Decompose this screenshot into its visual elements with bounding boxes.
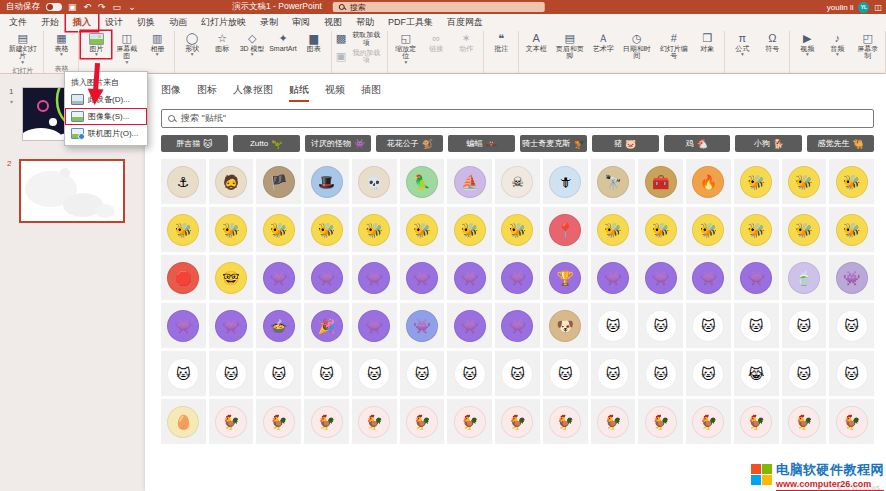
sticker-tile-r4c12[interactable]: 🐱 — [686, 303, 731, 348]
sticker-tile-r6c8[interactable]: 🐓 — [495, 399, 540, 444]
sticker-tile-r2c5[interactable]: 🐝 — [352, 207, 397, 252]
sticker-tile-r5c8[interactable]: 🐱 — [495, 351, 540, 396]
sticker-tile-r3c12[interactable]: 👾 — [686, 255, 731, 300]
category-pill-小狗[interactable]: 小狗🐕 — [735, 135, 802, 152]
ribbon-button-页眉和页脚[interactable]: ▤页眉和页脚 — [551, 31, 588, 60]
ribbon-tab-录制[interactable]: 录制 — [253, 14, 285, 31]
sticker-tile-r1c12[interactable]: 🔥 — [686, 159, 731, 204]
sticker-tile-r3c4[interactable]: 👾 — [304, 255, 349, 300]
ribbon-button-屏幕截图[interactable]: ◫屏幕截图▾ — [111, 31, 142, 66]
sticker-tile-r6c6[interactable]: 🐓 — [400, 399, 445, 444]
sticker-tile-r5c7[interactable]: 🐱 — [447, 351, 492, 396]
sticker-tile-r6c11[interactable]: 🐓 — [638, 399, 683, 444]
sticker-tile-r6c4[interactable]: 🐓 — [304, 399, 349, 444]
ribbon-tab-幻灯片放映[interactable]: 幻灯片放映 — [194, 14, 253, 31]
category-pill-Zutto[interactable]: Zutto🦖 — [233, 135, 300, 152]
sticker-tile-r6c15[interactable]: 🐓 — [829, 399, 874, 444]
sticker-tile-r5c13[interactable]: 😹 — [734, 351, 779, 396]
sticker-tile-r3c7[interactable]: 👾 — [447, 255, 492, 300]
ribbon-button-幻灯片编号[interactable]: #幻灯片编号 — [655, 31, 692, 60]
category-pill-讨厌的怪物[interactable]: 讨厌的怪物👾 — [305, 135, 372, 152]
ribbon-tab-插入[interactable]: 插入 — [66, 14, 98, 31]
sticker-tile-r5c9[interactable]: 🐱 — [543, 351, 588, 396]
sticker-tile-r6c9[interactable]: 🐓 — [543, 399, 588, 444]
sticker-tile-r6c10[interactable]: 🐓 — [591, 399, 636, 444]
sticker-tile-r3c14[interactable]: 🍵 — [782, 255, 827, 300]
tab-人像抠图[interactable]: 人像抠图 — [233, 83, 273, 102]
category-pill-花花公子[interactable]: 花花公子🐒 — [376, 135, 443, 152]
sticker-tile-r1c11[interactable]: 🧰 — [638, 159, 683, 204]
sticker-tile-r2c14[interactable]: 🐝 — [782, 207, 827, 252]
category-pill-鸡[interactable]: 鸡🐔 — [664, 135, 731, 152]
sticker-tile-r4c11[interactable]: 🐱 — [638, 303, 683, 348]
category-pill-胖吉猫[interactable]: 胖吉猫🐱 — [161, 135, 228, 152]
sticker-tile-r3c11[interactable]: 👾 — [638, 255, 683, 300]
sticker-tile-r4c8[interactable]: 👾 — [495, 303, 540, 348]
sticker-tile-r2c1[interactable]: 🐝 — [161, 207, 206, 252]
category-pill-猪[interactable]: 猪🐷 — [592, 135, 659, 152]
ribbon-tab-百度网盘[interactable]: 百度网盘 — [440, 14, 490, 31]
category-pill-蝙蝠[interactable]: 蝙蝠🦇 — [448, 135, 515, 152]
sticker-tile-r2c4[interactable]: 🐝 — [304, 207, 349, 252]
sticker-tile-r5c14[interactable]: 🐱 — [782, 351, 827, 396]
tab-图像[interactable]: 图像 — [161, 83, 181, 102]
ribbon-button-视频[interactable]: ▶视频▾ — [792, 31, 822, 58]
ribbon-button-屏幕录制[interactable]: ◰屏幕录制 — [852, 31, 883, 60]
sticker-tile-r4c3[interactable]: 🍲 — [256, 303, 301, 348]
sticker-tile-r3c3[interactable]: 👾 — [256, 255, 301, 300]
ribbon-tab-切换[interactable]: 切换 — [130, 14, 162, 31]
sticker-tile-r2c11[interactable]: 🐝 — [638, 207, 683, 252]
sticker-tile-r4c15[interactable]: 🐱 — [829, 303, 874, 348]
tab-插图[interactable]: 插图 — [361, 83, 381, 102]
ribbon-tab-设计[interactable]: 设计 — [98, 14, 130, 31]
ribbon-tab-文件[interactable]: 文件 — [2, 14, 34, 31]
sticker-tile-r1c3[interactable]: 🏴 — [256, 159, 301, 204]
sticker-tile-r1c4[interactable]: 🎩 — [304, 159, 349, 204]
sticker-tile-r6c13[interactable]: 🐓 — [734, 399, 779, 444]
category-pill-骑士奇麦克斯[interactable]: 骑士奇麦克斯🐓 — [520, 135, 587, 152]
sticker-tile-r4c2[interactable]: 👾 — [209, 303, 254, 348]
tab-图标[interactable]: 图标 — [197, 83, 217, 102]
ribbon-button-公式[interactable]: π公式▾ — [727, 31, 757, 58]
sticker-tile-r5c5[interactable]: 🐱 — [352, 351, 397, 396]
ribbon-button-我的加载项[interactable]: ▣我的加载项 — [334, 49, 386, 64]
ribbon-button-获取加载项[interactable]: ▩获取加载项 — [334, 31, 386, 46]
sticker-tile-r3c1[interactable]: 🛑 — [161, 255, 206, 300]
sticker-tile-r3c10[interactable]: 👾 — [591, 255, 636, 300]
ribbon-tab-动画[interactable]: 动画 — [162, 14, 194, 31]
ribbon-button-SmartArt[interactable]: ✦SmartArt — [267, 31, 299, 52]
sticker-tile-r3c8[interactable]: 👾 — [495, 255, 540, 300]
sticker-tile-r1c6[interactable]: 🦜 — [400, 159, 445, 204]
ribbon-button-图标[interactable]: ☆图标 — [207, 31, 237, 52]
user-name[interactable]: youlin li — [827, 3, 854, 12]
ribbon-button-批注[interactable]: ❝批注 — [486, 31, 516, 52]
sticker-tile-r4c14[interactable]: 🐱 — [782, 303, 827, 348]
ribbon-button-对象[interactable]: ❒对象 — [692, 31, 722, 52]
sticker-tile-r4c10[interactable]: 🐱 — [591, 303, 636, 348]
ribbon-tab-视图[interactable]: 视图 — [317, 14, 349, 31]
sticker-tile-r2c8[interactable]: 🐝 — [495, 207, 540, 252]
sticker-tile-r1c1[interactable]: ⚓ — [161, 159, 206, 204]
sticker-tile-r4c4[interactable]: 🎉 — [304, 303, 349, 348]
sticker-tile-r6c2[interactable]: 🐓 — [209, 399, 254, 444]
sticker-tile-r2c2[interactable]: 🐝 — [209, 207, 254, 252]
sticker-tile-r4c5[interactable]: 👾 — [352, 303, 397, 348]
sticker-tile-r5c10[interactable]: 🐱 — [591, 351, 636, 396]
sticker-tile-r4c13[interactable]: 🐱 — [734, 303, 779, 348]
sticker-tile-r4c7[interactable]: 👾 — [447, 303, 492, 348]
ribbon-button-动作[interactable]: ✶动作 — [451, 31, 481, 52]
ribbon-display-options-icon[interactable]: ◫ — [874, 3, 882, 12]
sticker-tile-r6c14[interactable]: 🐓 — [782, 399, 827, 444]
ribbon-button-日期和时间[interactable]: ◷日期和时间 — [618, 31, 655, 60]
sticker-tile-r3c6[interactable]: 👾 — [400, 255, 445, 300]
ribbon-button-3D 模型[interactable]: ◇3D 模型▾ — [237, 31, 267, 58]
ribbon-button-艺术字[interactable]: Ａ艺术字 — [588, 31, 618, 52]
sticker-tile-r1c10[interactable]: 🔭 — [591, 159, 636, 204]
sticker-tile-r2c3[interactable]: 🐝 — [256, 207, 301, 252]
ribbon-button-图片[interactable]: 图片▾ — [81, 31, 111, 58]
sticker-tile-r3c13[interactable]: 👾 — [734, 255, 779, 300]
tab-视频[interactable]: 视频 — [325, 83, 345, 102]
sticker-tile-r5c15[interactable]: 🐱 — [829, 351, 874, 396]
sticker-tile-r3c15[interactable]: 👾 — [829, 255, 874, 300]
ribbon-tab-开始[interactable]: 开始 — [34, 14, 66, 31]
